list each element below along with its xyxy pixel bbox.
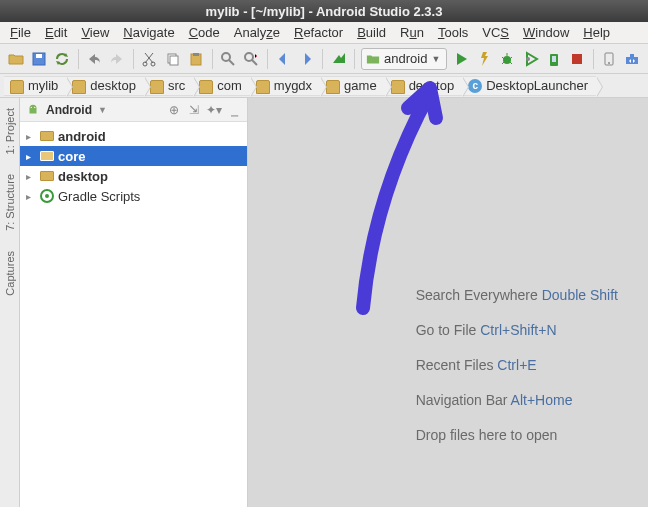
crumb-mygdx[interactable]: mygdx (250, 76, 320, 96)
expand-arrow-icon[interactable]: ▸ (26, 191, 36, 202)
editor-empty-state: Search Everywhere Double Shift Go to Fil… (248, 98, 648, 507)
menu-build[interactable]: Build (351, 23, 392, 42)
menu-edit[interactable]: Edit (39, 23, 73, 42)
menu-view[interactable]: View (75, 23, 115, 42)
crumb-src[interactable]: src (144, 76, 193, 96)
svg-rect-1 (36, 54, 42, 58)
debug-icon[interactable] (498, 48, 517, 70)
separator (267, 49, 268, 69)
crumb-game[interactable]: game (320, 76, 385, 96)
class-icon: c (468, 79, 482, 93)
find-icon[interactable] (218, 48, 237, 70)
paste-icon[interactable] (186, 48, 205, 70)
svg-point-9 (245, 53, 253, 61)
project-tree[interactable]: ▸android ▸core ▸desktop ▸Gradle Scripts (20, 122, 247, 507)
undo-icon[interactable] (85, 48, 104, 70)
project-view-selector[interactable]: Android (46, 103, 92, 117)
crumb-desktoplauncher[interactable]: cDesktopLauncher (462, 76, 596, 96)
run-config-label: android (384, 51, 427, 66)
attach-debugger-icon[interactable] (544, 48, 563, 70)
svg-point-11 (526, 57, 530, 61)
menu-help[interactable]: Help (577, 23, 616, 42)
separator (322, 49, 323, 69)
menu-file[interactable]: File (4, 23, 37, 42)
redo-icon[interactable] (108, 48, 127, 70)
tip-recent-files: Recent Files Ctrl+E (416, 348, 618, 383)
tab-project[interactable]: 1: Project (2, 102, 18, 160)
tip-drop-files: Drop files here to open (416, 418, 618, 453)
menu-code[interactable]: Code (183, 23, 226, 42)
svg-point-8 (222, 53, 230, 61)
expand-arrow-icon[interactable]: ▸ (26, 151, 36, 162)
sdk-manager-icon[interactable] (623, 48, 642, 70)
tree-node-core[interactable]: ▸core (20, 146, 247, 166)
scroll-from-source-icon[interactable]: ⊕ (167, 103, 181, 117)
menu-tools[interactable]: Tools (432, 23, 474, 42)
android-module-icon (366, 52, 380, 66)
hide-icon[interactable]: ⎯ (227, 103, 241, 117)
menu-navigate[interactable]: Navigate (117, 23, 180, 42)
crumb-com[interactable]: com (193, 76, 250, 96)
folder-icon (256, 80, 270, 94)
svg-rect-7 (193, 53, 199, 56)
folder-icon (150, 80, 164, 94)
editor-tips: Search Everywhere Double Shift Go to Fil… (416, 278, 618, 453)
back-icon[interactable] (274, 48, 293, 70)
collapse-all-icon[interactable]: ⇲ (187, 103, 201, 117)
toolbar: android ▼ (0, 44, 648, 74)
window-title: mylib - [~/mylib] - Android Studio 2.3.3 (0, 0, 648, 22)
module-icon (40, 151, 54, 161)
save-icon[interactable] (29, 48, 48, 70)
stop-icon[interactable] (567, 48, 586, 70)
tree-node-gradle-scripts[interactable]: ▸Gradle Scripts (20, 186, 247, 206)
make-icon[interactable] (329, 48, 348, 70)
folder-icon (391, 80, 405, 94)
separator (133, 49, 134, 69)
apply-changes-icon[interactable] (475, 48, 494, 70)
separator (593, 49, 594, 69)
folder-icon (10, 80, 24, 94)
tip-search-everywhere: Search Everywhere Double Shift (416, 278, 618, 313)
gear-icon[interactable]: ✦▾ (207, 103, 221, 117)
tip-go-to-file: Go to File Ctrl+Shift+N (416, 313, 618, 348)
crumb-desktop[interactable]: desktop (66, 76, 144, 96)
tab-captures[interactable]: Captures (2, 245, 18, 302)
copy-icon[interactable] (163, 48, 182, 70)
folder-icon (326, 80, 340, 94)
expand-arrow-icon[interactable]: ▸ (26, 131, 36, 142)
svg-rect-17 (626, 57, 638, 64)
gradle-icon (40, 189, 54, 203)
breadcrumb-bar: mylib desktop src com mygdx game desktop… (0, 74, 648, 98)
replace-icon[interactable] (242, 48, 261, 70)
tree-node-android[interactable]: ▸android (20, 126, 247, 146)
project-header: Android ▼ ⊕ ⇲ ✦▾ ⎯ (20, 98, 247, 122)
svg-rect-14 (572, 54, 582, 64)
profile-icon[interactable] (521, 48, 540, 70)
crumb-mylib[interactable]: mylib (4, 76, 66, 96)
svg-rect-5 (170, 56, 178, 65)
sync-icon[interactable] (52, 48, 71, 70)
open-icon[interactable] (6, 48, 25, 70)
tree-node-desktop[interactable]: ▸desktop (20, 166, 247, 186)
tab-structure[interactable]: 7: Structure (2, 168, 18, 237)
run-icon[interactable] (451, 48, 470, 70)
svg-point-16 (608, 62, 610, 64)
forward-icon[interactable] (297, 48, 316, 70)
menu-vcs[interactable]: VCS (476, 23, 515, 42)
menu-analyze[interactable]: Analyze (228, 23, 286, 42)
menu-window[interactable]: Window (517, 23, 575, 42)
avd-manager-icon[interactable] (600, 48, 619, 70)
chevron-down-icon: ▼ (98, 105, 107, 115)
cut-icon[interactable] (140, 48, 159, 70)
menu-run[interactable]: Run (394, 23, 430, 42)
svg-point-18 (31, 106, 32, 107)
menu-refactor[interactable]: Refactor (288, 23, 349, 42)
svg-rect-13 (552, 56, 556, 62)
expand-arrow-icon[interactable]: ▸ (26, 171, 36, 182)
module-icon (40, 131, 54, 141)
crumb-desktop2[interactable]: desktop (385, 76, 463, 96)
folder-icon (72, 80, 86, 94)
chevron-down-icon: ▼ (431, 54, 440, 64)
menu-bar: File Edit View Navigate Code Analyze Ref… (0, 22, 648, 44)
run-configuration-combo[interactable]: android ▼ (361, 48, 447, 70)
